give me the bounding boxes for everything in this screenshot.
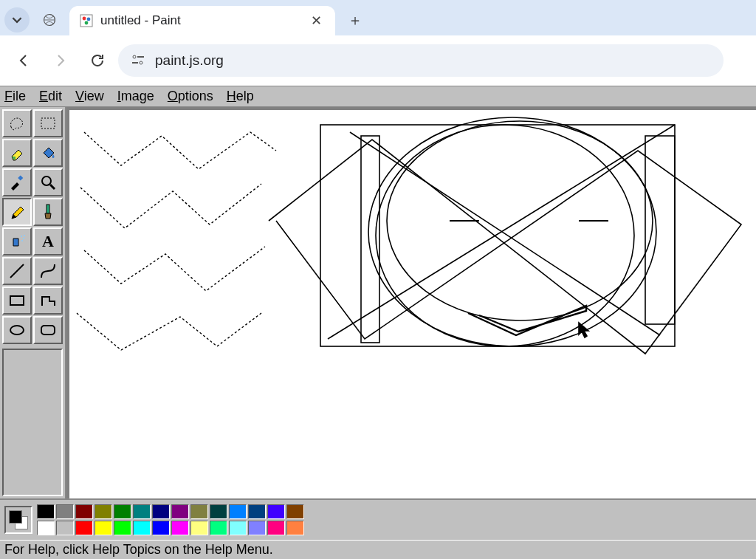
svg-point-29 <box>376 125 634 346</box>
color-swatch[interactable] <box>210 504 227 519</box>
svg-rect-13 <box>47 205 49 213</box>
paint-favicon <box>80 14 93 27</box>
color-swatch[interactable] <box>248 504 266 519</box>
color-swatch[interactable] <box>133 504 151 519</box>
svg-rect-27 <box>645 136 675 324</box>
menu-file[interactable]: File <box>4 89 26 104</box>
tool-rectangle[interactable] <box>2 287 32 315</box>
tool-text[interactable]: A <box>33 227 63 256</box>
color-swatch[interactable] <box>94 521 112 535</box>
svg-point-5 <box>133 55 136 58</box>
menu-edit[interactable]: Edit <box>39 89 62 104</box>
svg-rect-22 <box>41 326 55 335</box>
svg-point-16 <box>21 240 23 241</box>
color-swatch[interactable] <box>37 521 55 535</box>
svg-point-15 <box>23 238 24 239</box>
tool-rounded-rect[interactable] <box>33 316 63 344</box>
reload-button[interactable] <box>81 44 114 77</box>
browser-tab-active[interactable]: untitled - Paint ✕ <box>69 6 335 35</box>
color-swatch[interactable] <box>267 504 285 519</box>
browser-toolbar: paint.js.org <box>0 35 756 86</box>
svg-point-11 <box>42 176 51 185</box>
tool-rect-select[interactable] <box>33 109 63 137</box>
svg-point-7 <box>140 61 142 64</box>
tool-ellipse[interactable] <box>2 316 32 344</box>
svg-line-12 <box>50 185 55 189</box>
status-text: For Help, click Help Topics on the Help … <box>4 542 273 558</box>
svg-point-3 <box>87 18 91 21</box>
menu-view[interactable]: View <box>75 89 104 104</box>
tab-title: untitled - Paint <box>100 13 181 28</box>
svg-text:A: A <box>42 232 54 250</box>
color-swatch[interactable] <box>152 521 170 535</box>
color-swatch[interactable] <box>248 521 266 535</box>
paint-application: File Edit View Image Options Help A <box>0 86 756 559</box>
color-swatch[interactable] <box>152 504 170 519</box>
tab-close-button[interactable]: ✕ <box>306 10 326 32</box>
tool-eyedropper[interactable] <box>2 168 32 196</box>
menu-help[interactable]: Help <box>227 89 254 104</box>
svg-rect-26 <box>361 136 379 343</box>
menu-options[interactable]: Options <box>168 89 213 104</box>
tool-airbrush[interactable] <box>2 227 32 256</box>
canvas-viewport <box>66 107 756 498</box>
color-palette <box>37 504 304 535</box>
color-swatch[interactable] <box>114 521 131 535</box>
tool-curve[interactable] <box>33 257 63 285</box>
color-swatch[interactable] <box>56 521 74 535</box>
color-swatch[interactable] <box>229 504 247 519</box>
color-swatch[interactable] <box>286 521 304 535</box>
current-colors[interactable] <box>4 506 32 534</box>
color-swatch[interactable] <box>210 521 227 535</box>
menu-image[interactable]: Image <box>117 89 154 104</box>
color-swatch[interactable] <box>190 504 208 519</box>
tool-eraser[interactable] <box>2 139 32 167</box>
color-box <box>0 498 756 540</box>
toolbox: A <box>0 107 66 498</box>
svg-point-2 <box>83 17 86 21</box>
drawing-canvas[interactable] <box>69 110 756 498</box>
color-swatch[interactable] <box>114 504 131 519</box>
tab-search-button[interactable] <box>4 7 30 32</box>
color-swatch[interactable] <box>171 521 189 535</box>
url-text: paint.js.org <box>155 52 224 69</box>
address-bar[interactable]: paint.js.org <box>118 44 724 77</box>
svg-rect-20 <box>10 296 24 305</box>
color-swatch[interactable] <box>229 521 247 535</box>
menu-bar: File Edit View Image Options Help <box>0 86 756 107</box>
pinned-tab-openai[interactable] <box>37 7 62 32</box>
svg-point-14 <box>21 236 22 237</box>
tool-free-form-select[interactable] <box>2 109 32 137</box>
back-button[interactable] <box>7 44 40 77</box>
color-swatch[interactable] <box>75 504 93 519</box>
color-swatch[interactable] <box>267 521 285 535</box>
status-bar: For Help, click Help Topics on the Help … <box>0 540 756 559</box>
svg-point-4 <box>85 21 89 25</box>
color-swatch[interactable] <box>286 504 304 519</box>
tool-fill[interactable] <box>33 139 63 167</box>
foreground-color-swatch <box>9 510 22 524</box>
color-swatch[interactable] <box>37 504 55 519</box>
svg-line-19 <box>10 264 24 278</box>
forward-button[interactable] <box>44 44 77 77</box>
color-swatch[interactable] <box>94 504 112 519</box>
color-swatch[interactable] <box>75 521 93 535</box>
tool-options-pane <box>2 349 63 496</box>
color-swatch[interactable] <box>190 521 208 535</box>
svg-rect-10 <box>18 175 23 180</box>
tool-brush[interactable] <box>33 198 63 226</box>
tool-polygon[interactable] <box>33 287 63 315</box>
color-swatch[interactable] <box>171 504 189 519</box>
new-tab-button[interactable]: ＋ <box>343 7 368 32</box>
browser-tab-strip: untitled - Paint ✕ ＋ <box>0 0 756 35</box>
svg-rect-9 <box>41 118 55 128</box>
color-swatch[interactable] <box>133 521 151 535</box>
svg-rect-1 <box>80 15 92 27</box>
color-swatch[interactable] <box>56 504 74 519</box>
site-settings-icon[interactable] <box>130 53 146 69</box>
tool-line[interactable] <box>2 257 32 285</box>
tool-pencil[interactable] <box>2 198 32 226</box>
svg-point-21 <box>10 326 24 335</box>
tool-magnifier[interactable] <box>33 168 63 196</box>
svg-point-17 <box>24 235 25 236</box>
